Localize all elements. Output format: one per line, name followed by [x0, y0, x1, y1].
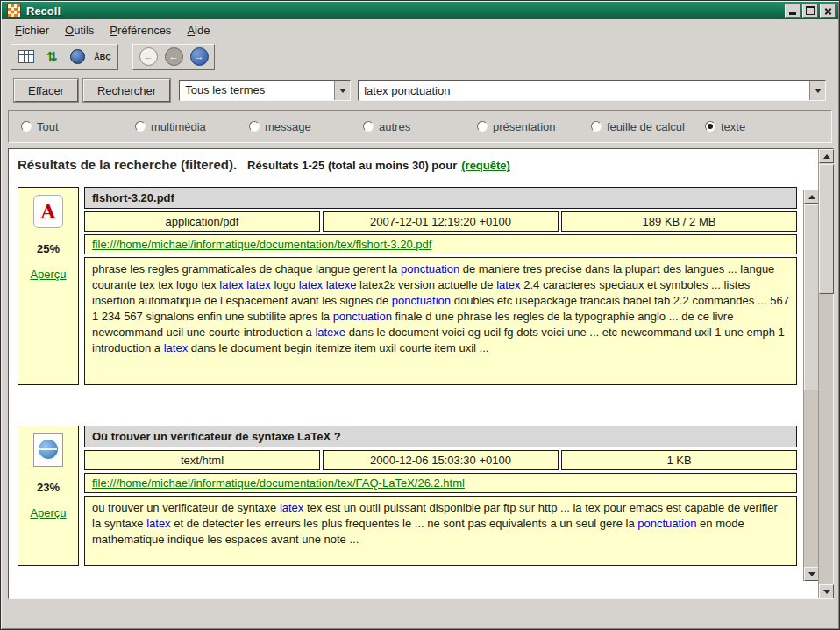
result-size: 1 KB: [561, 450, 797, 470]
prev-page-button[interactable]: ←: [162, 47, 185, 68]
close-button[interactable]: [820, 4, 836, 18]
right-arrow-icon: →: [190, 47, 209, 66]
filter-presentation[interactable]: présentation: [477, 120, 591, 133]
scroll-up-button[interactable]: [819, 149, 834, 163]
menu-fichier[interactable]: Fichier: [7, 21, 57, 39]
chevron-down-icon: [339, 89, 346, 93]
term-explorer-button[interactable]: ÂBÇ: [91, 47, 114, 68]
clear-button[interactable]: Effacer: [14, 79, 78, 102]
menubar: Fichier Outils Préférences Aide: [2, 19, 838, 41]
result-snippet: ou trouver un verificateur de syntaxe la…: [84, 496, 797, 566]
triangle-up-icon: [823, 154, 830, 159]
radio-icon: [135, 121, 146, 132]
triangle-down-icon: [808, 572, 815, 576]
scroll-down-button[interactable]: [804, 567, 819, 581]
relevance-percent: 25%: [37, 242, 60, 255]
scroll-up-button[interactable]: [804, 190, 819, 204]
result-date: 2000-12-06 15:03:30 +0100: [323, 450, 559, 470]
minimize-icon: [789, 12, 796, 15]
clear-search-button[interactable]: [15, 47, 38, 68]
results-stats: Résultats 1-25 (total au moins 30) pour: [247, 159, 457, 172]
result-detail-table: Où trouver un vérificateur de syntaxe La…: [82, 423, 800, 569]
history-button[interactable]: [66, 47, 89, 68]
result-detail-table: flshort-3.20.pdf application/pdf 2007-12…: [82, 184, 800, 388]
search-mode-select[interactable]: Tous les termes: [179, 80, 351, 101]
term-explorer-icon: ÂBÇ: [94, 53, 111, 61]
result-item: 23% Aperçu Où trouver un vérificateur de…: [18, 423, 800, 569]
result-mime-type: application/pdf: [84, 211, 320, 232]
toolbar: ⇅ ÂBÇ ← ← →: [2, 41, 215, 72]
result-url-link[interactable]: file:///home/michael/informatique/docume…: [92, 476, 465, 490]
close-icon: [824, 7, 832, 15]
window-controls: [785, 4, 836, 18]
result-date: 2007-12-01 12:19:20 +0100: [323, 211, 559, 232]
search-query-combo: [358, 80, 826, 101]
filter-tout[interactable]: Tout: [21, 120, 135, 133]
next-page-button[interactable]: →: [188, 47, 210, 68]
status-bar: [2, 598, 838, 628]
radio-icon: [705, 121, 715, 132]
filter-texte[interactable]: texte: [705, 120, 819, 133]
filter-message[interactable]: message: [249, 120, 363, 133]
radio-icon: [477, 121, 488, 132]
toolbar-group-navigation: ← ← →: [132, 44, 215, 70]
results-page-scrollbar[interactable]: [818, 149, 833, 598]
result-side-panel: 23% Aperçu: [18, 426, 79, 566]
result-size: 189 KB / 2 MB: [561, 211, 797, 232]
results-list: Résultats de la recherche (filtered).Rés…: [9, 149, 803, 598]
first-page-button[interactable]: ←: [137, 47, 160, 68]
category-filter-panel: Tout multimédia message autres présentat…: [8, 110, 832, 143]
result-mime-type: text/html: [84, 450, 320, 470]
first-page-icon: ←: [139, 47, 158, 66]
result-item: 25% Aperçu flshort-3.20.pdf application/…: [18, 184, 800, 388]
left-arrow-icon: ←: [165, 47, 183, 66]
scrollbar-thumb[interactable]: [819, 164, 834, 294]
results-area: Résultats de la recherche (filtered).Rés…: [8, 148, 834, 599]
update-index-icon: ⇅: [46, 50, 58, 63]
relevance-percent: 23%: [37, 481, 60, 494]
minimize-button[interactable]: [785, 4, 801, 18]
update-index-button[interactable]: ⇅: [40, 47, 63, 68]
preview-link[interactable]: Aperçu: [30, 506, 66, 519]
titlebar[interactable]: Recoll: [2, 2, 838, 19]
recoll-window: Recoll Fichier Outils Préférences Aide ⇅…: [0, 0, 840, 630]
search-history-dropdown-button[interactable]: [809, 81, 825, 100]
search-mode-value: Tous les termes: [180, 81, 334, 100]
result-title: Où trouver un vérificateur de syntaxe La…: [84, 426, 797, 447]
results-heading: Résultats de la recherche (filtered).Rés…: [18, 157, 803, 172]
maximize-button[interactable]: [802, 4, 818, 18]
scroll-down-button[interactable]: [819, 584, 834, 598]
filter-autres[interactable]: autres: [363, 120, 477, 133]
result-snippet: phrase les regles grammaticales de chaqu…: [84, 257, 797, 385]
toolbar-group-tools: ⇅ ÂBÇ: [11, 44, 118, 70]
results-list-scrollbar[interactable]: [803, 190, 818, 581]
html-file-icon: [33, 433, 63, 467]
results-title: Résultats de la recherche (filtered).: [18, 157, 237, 172]
result-title: flshort-3.20.pdf: [84, 187, 797, 209]
table-icon: [18, 50, 34, 63]
recoll-app-icon: [7, 4, 21, 18]
filter-feuille-de-calcul[interactable]: feuille de calcul: [591, 120, 705, 133]
menu-preferences[interactable]: Préférences: [102, 21, 179, 39]
search-row: Effacer Rechercher Tous les termes: [2, 76, 838, 104]
triangle-down-icon: [823, 590, 830, 594]
filter-multimedia[interactable]: multimédia: [135, 120, 249, 133]
history-icon: [70, 49, 85, 64]
scrollbar-thumb[interactable]: [804, 204, 819, 390]
search-mode-dropdown-button[interactable]: [334, 81, 350, 100]
chevron-down-icon: [815, 89, 822, 93]
menu-outils[interactable]: Outils: [57, 21, 102, 39]
query-details-link[interactable]: (requête): [461, 159, 510, 172]
radio-icon: [363, 121, 374, 132]
pdf-file-icon: [33, 195, 63, 228]
preview-link[interactable]: Aperçu: [30, 268, 66, 281]
radio-icon: [591, 121, 602, 132]
search-query-input[interactable]: [359, 81, 809, 100]
menu-aide[interactable]: Aide: [179, 21, 217, 39]
triangle-up-icon: [808, 195, 815, 199]
window-title: Recoll: [26, 4, 785, 18]
radio-icon: [21, 121, 32, 132]
result-url-link[interactable]: file:///home/michael/informatique/docume…: [92, 238, 431, 251]
search-button[interactable]: Rechercher: [83, 79, 170, 102]
result-side-panel: 25% Aperçu: [18, 187, 79, 385]
